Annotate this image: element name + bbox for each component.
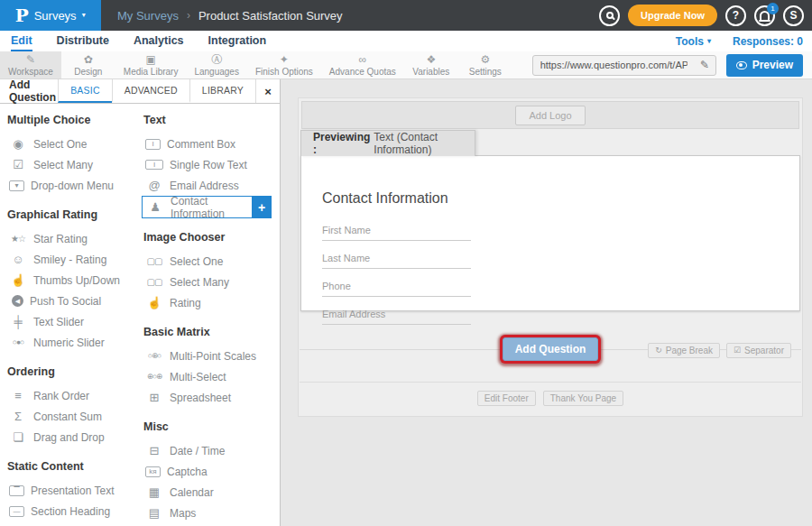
checkbox-select-many-icon: ☑ xyxy=(9,159,27,171)
question-type-spreadsheet[interactable]: ⊞Spreadsheet xyxy=(143,387,280,408)
toolbar-item-settings[interactable]: ⚙Settings xyxy=(458,51,512,78)
form-title: Contact Information xyxy=(322,190,799,207)
question-type-select-one[interactable]: ▢▢Select One xyxy=(143,251,280,272)
notification-badge: 1 xyxy=(767,3,779,14)
question-type-smiley-rating[interactable]: ☺Smiley - Rating xyxy=(7,249,143,270)
question-type-select-many[interactable]: ☑Select Many xyxy=(7,154,143,175)
toolbar-item-finish-options[interactable]: ✦Finish Options xyxy=(247,51,321,78)
panel-tab-basic[interactable]: BASIC xyxy=(58,79,112,103)
drag-and-drop-icon: ❏ xyxy=(9,431,27,443)
form-field-phone[interactable]: Phone xyxy=(322,277,471,297)
form-field-last-name[interactable]: Last Name xyxy=(322,249,471,269)
page-break-button[interactable]: ↻ Page Break xyxy=(648,343,720,358)
question-type-contact-information[interactable]: ♟Contact Information+ xyxy=(142,196,272,218)
breadcrumb-my-surveys[interactable]: My Surveys xyxy=(117,9,179,23)
question-type-numeric-slider[interactable]: ○●○Numeric Slider xyxy=(7,332,143,353)
separator-button[interactable]: ☑ Separator xyxy=(726,343,791,358)
question-type-multi-select[interactable]: ⊕○⊕Multi-Select xyxy=(143,366,280,387)
question-type-multi-point-scales[interactable]: ○⊕○Multi-Point Scales xyxy=(143,346,280,366)
single-row-text-icon: I xyxy=(145,160,163,170)
question-type-label: Select Many xyxy=(33,159,93,171)
tools-menu[interactable]: Tools ▾ xyxy=(676,35,711,48)
page-break-label: Page Break xyxy=(666,346,713,355)
question-type-label: Thumbs Up/Down xyxy=(33,274,120,287)
question-type-rank-order[interactable]: ≡Rank Order xyxy=(7,385,143,406)
question-type-comment-box[interactable]: IComment Box xyxy=(143,134,280,154)
question-type-lists: Multiple Choice◉Select One☑Select Many▾D… xyxy=(0,104,280,526)
add-question-button[interactable]: Add Question xyxy=(503,337,599,361)
question-type-maps[interactable]: ▤Maps xyxy=(143,503,280,523)
question-type-label: Star Rating xyxy=(33,233,88,245)
preview-button[interactable]: Preview xyxy=(726,54,803,77)
question-type-drop-down-menu[interactable]: ▾Drop-down Menu xyxy=(7,175,143,196)
nav-tab-distribute[interactable]: Distribute xyxy=(57,31,109,51)
question-type-email-address[interactable]: @Email Address xyxy=(143,175,280,196)
responses-link[interactable]: Responses: 0 xyxy=(733,35,803,48)
questionpro-survey-editor: P Surveys ▾ My Surveys › Product Satisfa… xyxy=(0,0,812,526)
form-field-first-name[interactable]: First Name xyxy=(322,221,471,241)
add-logo-button[interactable]: Add Logo xyxy=(515,106,585,125)
question-type-label: Text Slider xyxy=(33,316,84,328)
surveys-menu[interactable]: P Surveys ▾ xyxy=(0,0,101,31)
form-field-email-address[interactable]: Email Address xyxy=(322,305,471,325)
notifications-button[interactable]: 1 xyxy=(754,5,775,26)
section-heading-icon: — xyxy=(9,506,24,517)
section-title: Ordering xyxy=(7,365,143,379)
question-type-label: Select One xyxy=(33,138,87,151)
question-type-text-slider[interactable]: ╪Text Slider xyxy=(7,311,143,332)
multi-point-scales-icon: ○⊕○ xyxy=(145,352,163,360)
nav-tab-analytics[interactable]: Analytics xyxy=(134,31,184,51)
toolbar-item-workspace[interactable]: ✎Workspace xyxy=(0,51,61,78)
section-title: Graphical Rating xyxy=(7,208,143,222)
question-type-calendar[interactable]: ▦Calendar xyxy=(143,482,280,503)
help-button[interactable]: ? xyxy=(725,5,746,26)
toolbar-item-media-library[interactable]: ▣Media Library xyxy=(115,51,187,78)
nav-tab-edit[interactable]: Edit xyxy=(11,31,32,51)
footer-buttons: Edit Footer Thank You Page xyxy=(299,391,802,406)
close-panel-button[interactable]: × xyxy=(255,79,280,103)
thank-you-page-button[interactable]: Thank You Page xyxy=(543,391,623,406)
separator-checkbox-icon: ☑ xyxy=(734,346,741,355)
edit-footer-button[interactable]: Edit Footer xyxy=(477,391,536,406)
question-type-date-time[interactable]: ⊟Date / Time xyxy=(143,440,280,461)
survey-url-input[interactable] xyxy=(533,60,695,70)
question-type-presentation-text[interactable]: ▔Presentation Text xyxy=(7,480,143,501)
toolbar-items: ✎Workspace✿Design▣Media LibraryⒶLanguage… xyxy=(0,51,512,78)
question-type-star-rating[interactable]: ★☆Star Rating xyxy=(7,228,143,249)
nav-tab-integration[interactable]: Integration xyxy=(208,31,267,51)
question-type-drag-and-drop[interactable]: ❏Drag and Drop xyxy=(7,427,143,448)
search-button[interactable] xyxy=(599,5,620,26)
toolbar-item-languages[interactable]: ⒶLanguages xyxy=(186,51,247,78)
toolbar-item-variables[interactable]: ❖Variables xyxy=(404,51,458,78)
section-title: Static Content xyxy=(7,459,143,474)
previewing-label: Previewing : xyxy=(313,131,370,156)
contact-information-form: Contact Information First NameLast NameP… xyxy=(301,156,799,325)
chevron-down-icon: ▾ xyxy=(82,12,86,19)
panel-tab-advanced[interactable]: ADVANCED xyxy=(112,79,189,103)
email-at-icon: @ xyxy=(145,180,163,191)
add-selected-question-button[interactable]: + xyxy=(252,196,272,218)
panel-tab-library[interactable]: LIBRARY xyxy=(189,79,255,103)
question-type-single-row-text[interactable]: ISingle Row Text xyxy=(143,154,280,175)
question-type-section-sub-heading[interactable]: ¨Section Sub-Heading xyxy=(7,521,143,526)
toolbar-item-design[interactable]: ✿Design xyxy=(61,51,115,78)
question-type-select-one[interactable]: ◉Select One xyxy=(7,134,143,154)
user-avatar[interactable]: S xyxy=(783,5,804,26)
question-type-select-many[interactable]: ▢▢Select Many xyxy=(143,272,280,292)
section-title: Basic Matrix xyxy=(143,325,280,339)
edit-url-pencil-icon[interactable]: ✎ xyxy=(695,59,715,71)
section-basic-matrix: Basic Matrix○⊕○Multi-Point Scales⊕○⊕Mult… xyxy=(143,325,280,408)
question-type-rating[interactable]: ☝Rating xyxy=(143,292,280,313)
section-misc: Misc⊟Date / TimekяCaptcha▦Calendar▤Maps◷… xyxy=(143,420,280,526)
toolbar-item-advance-quotas[interactable]: ∞Advance Quotas xyxy=(321,51,404,78)
question-type-captcha[interactable]: kяCaptcha xyxy=(143,461,280,482)
question-type-label: Contact Information xyxy=(171,195,245,220)
upgrade-now-button[interactable]: Upgrade Now xyxy=(628,5,717,26)
question-type-constant-sum[interactable]: ΣConstant Sum xyxy=(7,406,143,427)
previewing-question-type: Text (Contact Information) xyxy=(374,131,475,156)
question-type-push-to-social[interactable]: ◀Push To Social xyxy=(7,291,143,311)
question-type-label: Maps xyxy=(170,507,196,520)
question-type-section-heading[interactable]: —Section Heading xyxy=(7,501,143,521)
question-column-2: TextIComment BoxISingle Row Text@Email A… xyxy=(143,113,280,526)
question-type-thumbs-up-down[interactable]: ☝Thumbs Up/Down xyxy=(7,270,143,291)
